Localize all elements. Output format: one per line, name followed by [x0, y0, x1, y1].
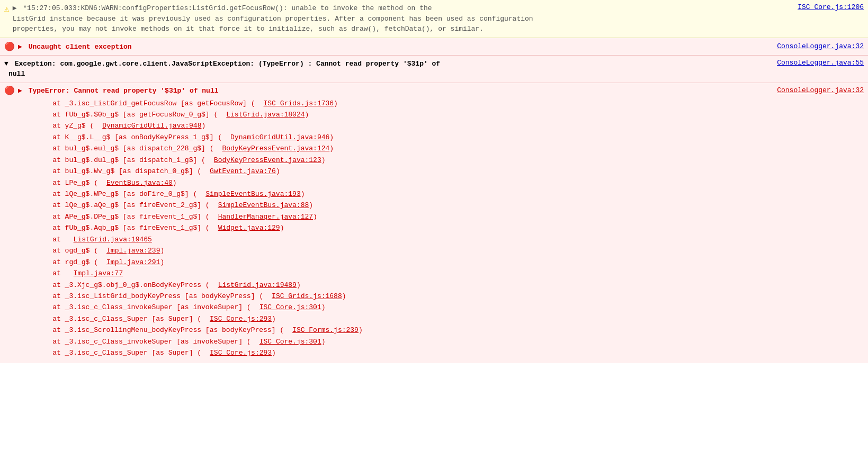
stack-line-link[interactable]: GwtEvent.java:76	[210, 167, 276, 175]
stack-line: at _3.isc_ListGrid_bodyKeyPress [as body…	[36, 291, 864, 302]
stack-line: at lQe_g$.aQe_g$ [as fireEvent_2_g$] (Si…	[36, 200, 864, 211]
uncaught-block: 🔴 ▶ Uncaught client exception ConsoleLog…	[0, 38, 868, 56]
stack-line: at _3.isc_ListGrid_getFocusRow [as getFo…	[36, 98, 864, 109]
stack-line-link[interactable]: DynamicGridUtil.java:948	[102, 122, 201, 130]
stack-line: at bul_g$.Wv_g$ [as dispatch_0_g$] (GwtE…	[36, 166, 864, 177]
stack-line: at lQe_g$.WPe_g$ [as doFire_0_g$] (Simpl…	[36, 188, 864, 200]
warn-file-link1[interactable]: ISC_Core.js:1206	[798, 3, 864, 11]
stack-line-link[interactable]: Impl.java:239	[106, 247, 160, 255]
stack-line-link[interactable]: EventBus.java:40	[106, 179, 173, 187]
stack-header: 🔴 ▶ TypeError: Cannot read property '$31…	[4, 85, 864, 96]
stack-line: at _3.isc_ScrollingMenu_bodyKeyPress [as…	[36, 324, 864, 336]
uncaught-file-link[interactable]: ConsoleLogger.java:32	[777, 42, 864, 50]
stack-line-link[interactable]: DynamicGridUtil.java:946	[230, 133, 329, 141]
stack-line: at _3.Xjc_g$.obj_0_g$.onBodyKeyPress (Li…	[36, 279, 864, 291]
warn-main-line: ▶ *15:27:05.033:KDN6:WARN:configProperti…	[13, 3, 864, 14]
stack-line-link[interactable]: ISC_Core.js:301	[259, 338, 321, 346]
stack-line: at yZ_g$ (DynamicGridUtil.java:948)	[36, 120, 864, 131]
exception-file-link[interactable]: ConsoleLogger.java:55	[777, 59, 864, 67]
stack-line-link[interactable]: ISC_Grids.js:1688	[272, 292, 342, 300]
stack-line: at bul_g$.dul_g$ [as dispatch_1_g$] (Bod…	[36, 155, 864, 166]
stack-title: ▶ TypeError: Cannot read property '$31p'…	[18, 86, 219, 95]
stack-line-link[interactable]: ListGrid.java:19489	[218, 281, 297, 289]
stack-lines: at _3.isc_ListGrid_getFocusRow [as getFo…	[4, 98, 864, 359]
exception-null: null	[4, 69, 864, 79]
stack-line: at APe_g$.DPe_g$ [as fireEvent_1_g$] (Ha…	[36, 211, 864, 222]
warn-msg1: unable to invoke the method on the	[291, 4, 432, 12]
exception-block: ▼ Exception: com.google.gwt.core.client.…	[0, 56, 868, 83]
warn-timestamp: *15:27:05.033:KDN6:WARN:configProperties…	[23, 4, 287, 12]
warn-block: ⚠ ▶ *15:27:05.033:KDN6:WARN:configProper…	[0, 0, 868, 38]
stack-line-link[interactable]: Widget.java:129	[218, 224, 280, 232]
warn-collapsed-arrow[interactable]: ▶	[13, 4, 17, 12]
warn-msg2: ListGrid instance because it was previou…	[13, 14, 864, 24]
stack-line: at fUb_g$.Aqb_g$ [as fireEvent_1_g$] (Wi…	[36, 222, 864, 233]
stack-line-link[interactable]: Impl.java:291	[106, 258, 160, 266]
stack-line-link[interactable]: BodyKeyPressEvent.java:123	[214, 156, 321, 164]
stack-arrow[interactable]: ▶	[18, 87, 22, 95]
stack-line-link[interactable]: ISC_Core.js:293	[210, 315, 272, 323]
stack-line: at ogd_g$ (Impl.java:239)	[36, 245, 864, 256]
stack-block: 🔴 ▶ TypeError: Cannot read property '$31…	[0, 83, 868, 363]
stack-line-link[interactable]: ISC_Core.js:301	[259, 303, 321, 311]
warn-content: ▶ *15:27:05.033:KDN6:WARN:configProperti…	[13, 3, 864, 34]
exception-expand-arrow[interactable]: ▼	[4, 60, 8, 68]
stack-line: at bul_g$.eul_g$ [as dispatch_228_g$] (B…	[36, 143, 864, 154]
stack-line-link[interactable]: ISC_Core.js:293	[210, 349, 272, 357]
warn-msg3: properties, you may not invoke methods o…	[13, 24, 864, 34]
stack-line-link[interactable]: ISC_Forms.js:239	[292, 326, 359, 334]
warn-icon: ⚠	[4, 4, 10, 14]
uncaught-content: ▶ Uncaught client exception ConsoleLogge…	[18, 42, 864, 51]
stack-line: at rgd_g$ (Impl.java:291)	[36, 257, 864, 268]
uncaught-arrow[interactable]: ▶	[18, 43, 22, 51]
exception-header: ▼ Exception: com.google.gwt.core.client.…	[4, 59, 864, 69]
log-container: ⚠ ▶ *15:27:05.033:KDN6:WARN:configProper…	[0, 0, 868, 363]
stack-line: at K__g$.L__g$ [as onBodyKeyPress_1_g$] …	[36, 132, 864, 143]
stack-error-icon: 🔴	[4, 85, 15, 96]
stack-line-link[interactable]: Impl.java:77	[74, 269, 123, 277]
stack-header-left: 🔴 ▶ TypeError: Cannot read property '$31…	[4, 85, 219, 96]
stack-line-link[interactable]: HandlerManager.java:127	[218, 213, 313, 221]
error-icon: 🔴	[4, 41, 15, 52]
stack-line-link[interactable]: ISC_Grids.js:1736	[263, 100, 334, 107]
stack-line: at Impl.java:77	[36, 268, 864, 279]
stack-line-link[interactable]: ListGrid.java:18024	[226, 111, 305, 119]
stack-line-link[interactable]: SimpleEventBus.java:88	[218, 201, 309, 209]
stack-line: at _3.isc_c_Class_invokeSuper [as invoke…	[36, 302, 864, 313]
exception-text: ▼ Exception: com.google.gwt.core.client.…	[4, 59, 768, 69]
exception-text-content: Exception: com.google.gwt.core.client.Ja…	[15, 60, 441, 68]
stack-line: at LPe_g$ (EventBus.java:40)	[36, 177, 864, 188]
stack-line: at ListGrid.java:19465	[36, 234, 864, 245]
stack-title-text: TypeError: Cannot read property '$31p' o…	[29, 87, 219, 95]
uncaught-title-text: Uncaught client exception	[29, 43, 132, 51]
stack-line-link[interactable]: ListGrid.java:19465	[74, 236, 152, 243]
uncaught-title: ▶ Uncaught client exception	[18, 42, 132, 51]
stack-file-link[interactable]: ConsoleLogger.java:32	[777, 86, 864, 94]
stack-line: at _3.isc_c_Class_Super [as Super] (ISC_…	[36, 347, 864, 358]
stack-line-link[interactable]: BodyKeyPressEvent.java:124	[222, 145, 329, 152]
stack-line-link[interactable]: SimpleEventBus.java:193	[205, 190, 300, 198]
stack-line: at _3.isc_c_Class_Super [as Super] (ISC_…	[36, 313, 864, 324]
warn-text: ▶ *15:27:05.033:KDN6:WARN:configProperti…	[13, 3, 790, 14]
stack-line: at _3.isc_c_Class_invokeSuper [as invoke…	[36, 336, 864, 347]
stack-line: at fUb_g$.$0b_g$ [as getFocusRow_0_g$] (…	[36, 109, 864, 120]
